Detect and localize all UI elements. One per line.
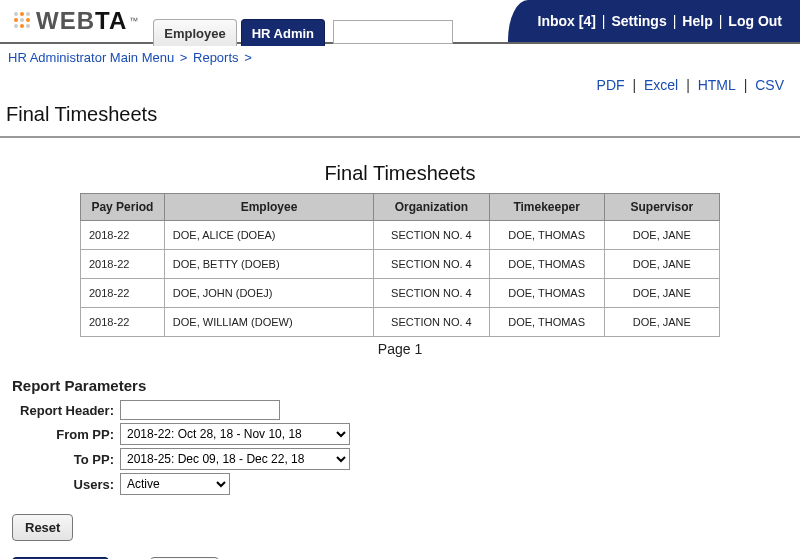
table-row: 2018-22DOE, JOHN (DOEJ)SECTION NO. 4DOE,…	[81, 279, 720, 308]
report-title: Final Timesheets	[12, 162, 788, 185]
table-cell: 2018-22	[81, 221, 165, 250]
export-html-link[interactable]: HTML	[696, 77, 738, 93]
top-right-nav: Inbox [4]| Settings| Help| Log Out	[508, 0, 801, 42]
page-title: Final Timesheets	[0, 97, 800, 138]
from-pp-select[interactable]: 2018-22: Oct 28, 18 - Nov 10, 18	[120, 423, 350, 445]
nav-help[interactable]: Help	[676, 13, 718, 29]
to-pp-select[interactable]: 2018-25: Dec 09, 18 - Dec 22, 18	[120, 448, 350, 470]
label-users: Users:	[12, 477, 120, 492]
nav-inbox[interactable]: Inbox [4]	[532, 13, 602, 29]
tab-hr-admin[interactable]: HR Admin	[241, 19, 325, 46]
table-cell: 2018-22	[81, 250, 165, 279]
params-heading: Report Parameters	[12, 377, 788, 394]
chevron-right-icon: >	[242, 50, 254, 65]
label-to-pp: To PP:	[12, 452, 120, 467]
logo-tm: ™	[129, 16, 139, 26]
table-cell: DOE, WILLIAM (DOEW)	[164, 308, 374, 337]
export-excel-link[interactable]: Excel	[642, 77, 680, 93]
col-timekeeper: Timekeeper	[489, 194, 604, 221]
global-search-input[interactable]	[333, 20, 453, 44]
table-cell: DOE, JOHN (DOEJ)	[164, 279, 374, 308]
export-csv-link[interactable]: CSV	[753, 77, 786, 93]
reset-button[interactable]: Reset	[12, 514, 73, 541]
tab-employee[interactable]: Employee	[153, 19, 236, 46]
report-area: Final Timesheets Pay Period Employee Org…	[0, 138, 800, 373]
table-pager: Page 1	[12, 337, 788, 367]
table-cell: DOE, THOMAS	[489, 221, 604, 250]
logo-dots-icon	[14, 12, 32, 30]
label-report-header: Report Header:	[12, 403, 120, 418]
nav-logout[interactable]: Log Out	[722, 13, 788, 29]
app-header: WEBTA ™ Employee HR Admin Inbox [4]| Set…	[0, 0, 800, 44]
table-cell: DOE, JANE	[604, 221, 719, 250]
label-from-pp: From PP:	[12, 427, 120, 442]
table-cell: DOE, THOMAS	[489, 279, 604, 308]
nav-settings[interactable]: Settings	[605, 13, 672, 29]
table-cell: DOE, JANE	[604, 250, 719, 279]
table-row: 2018-22DOE, WILLIAM (DOEW)SECTION NO. 4D…	[81, 308, 720, 337]
table-cell: DOE, JANE	[604, 279, 719, 308]
table-cell: SECTION NO. 4	[374, 250, 489, 279]
col-pay-period: Pay Period	[81, 194, 165, 221]
timesheet-table: Pay Period Employee Organization Timekee…	[80, 193, 720, 337]
logo-text: WEBTA	[36, 7, 127, 35]
table-cell: 2018-22	[81, 308, 165, 337]
table-header-row: Pay Period Employee Organization Timekee…	[81, 194, 720, 221]
table-cell: DOE, ALICE (DOEA)	[164, 221, 374, 250]
breadcrumb-reports[interactable]: Reports	[193, 50, 239, 65]
logo: WEBTA ™	[0, 7, 147, 35]
report-header-input[interactable]	[120, 400, 280, 420]
col-organization: Organization	[374, 194, 489, 221]
chevron-right-icon: >	[178, 50, 190, 65]
col-employee: Employee	[164, 194, 374, 221]
table-row: 2018-22DOE, BETTY (DOEB)SECTION NO. 4DOE…	[81, 250, 720, 279]
table-cell: DOE, THOMAS	[489, 250, 604, 279]
table-cell: SECTION NO. 4	[374, 308, 489, 337]
table-cell: SECTION NO. 4	[374, 279, 489, 308]
users-select[interactable]: Active	[120, 473, 230, 495]
col-supervisor: Supervisor	[604, 194, 719, 221]
export-pdf-link[interactable]: PDF	[595, 77, 627, 93]
table-row: 2018-22DOE, ALICE (DOEA)SECTION NO. 4DOE…	[81, 221, 720, 250]
breadcrumb-main-menu[interactable]: HR Administrator Main Menu	[8, 50, 174, 65]
table-cell: DOE, JANE	[604, 308, 719, 337]
table-cell: DOE, BETTY (DOEB)	[164, 250, 374, 279]
report-parameters: Report Parameters Report Header: From PP…	[0, 373, 800, 506]
main-tabs: Employee HR Admin	[153, 0, 453, 42]
table-cell: SECTION NO. 4	[374, 221, 489, 250]
table-cell: DOE, THOMAS	[489, 308, 604, 337]
export-links: PDF | Excel | HTML | CSV	[0, 71, 800, 97]
breadcrumb: HR Administrator Main Menu > Reports >	[0, 44, 800, 71]
table-cell: 2018-22	[81, 279, 165, 308]
